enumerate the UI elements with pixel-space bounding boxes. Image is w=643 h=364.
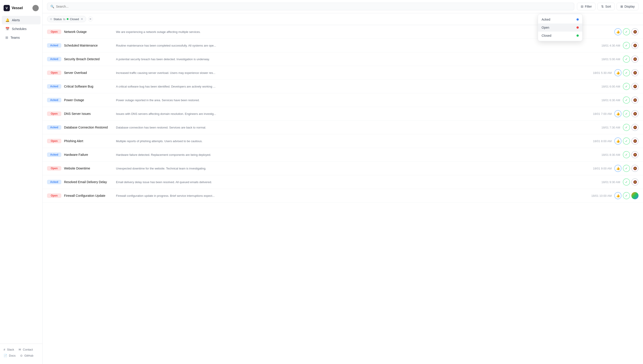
contact-link[interactable]: ✉ Contact (17, 346, 35, 352)
check-button[interactable]: ✓ (623, 56, 630, 63)
check-button[interactable]: ✓ (623, 110, 630, 117)
sidebar-item-schedules[interactable]: 📅 Schedules (2, 24, 40, 33)
display-button[interactable]: ⊞ Display (616, 3, 638, 10)
schedules-nav-label: Schedules (12, 27, 26, 31)
check-button[interactable]: ✓ (623, 178, 630, 186)
github-link[interactable]: ⊙ GitHub (18, 352, 35, 359)
mute-button[interactable]: 🔕 (631, 83, 638, 90)
logo-icon: V (4, 5, 10, 11)
thumb-button[interactable]: 👍 (614, 110, 622, 117)
docs-link[interactable]: 📄 Docs (2, 352, 18, 359)
check-button[interactable]: ✓ (623, 124, 630, 131)
dropdown-item-closed[interactable]: Closed (538, 32, 582, 40)
status-badge: Acked (47, 57, 61, 61)
sort-button[interactable]: ⇅ Sort (597, 3, 615, 10)
mute-button[interactable]: 🔕 (631, 42, 638, 49)
dropdown-acked-dot (576, 18, 579, 20)
alert-description: We are experiencing a network outage aff… (116, 30, 582, 34)
status-badge: Acked (47, 125, 61, 130)
alert-time: 18/01 8:00 AM (585, 140, 612, 143)
alert-time: 18/01 7:30 AM (593, 126, 620, 129)
sidebar-item-teams[interactable]: ⊞ Teams (2, 33, 40, 42)
mute-button[interactable]: 🔕 (631, 151, 638, 158)
alert-name: Database Connection Restored (64, 126, 113, 129)
nav-menu: 🔔 Alerts 📅 Schedules ⊞ Teams (0, 16, 42, 42)
mute-button[interactable]: 🔕 (631, 165, 638, 172)
dropdown-item-open[interactable]: Open (538, 24, 582, 32)
mute-button[interactable]: 🔕 (631, 110, 638, 117)
check-button[interactable]: ✓ (623, 151, 630, 158)
filter-shield-icon: ⊙ (50, 18, 52, 20)
alerts-nav-label: Alerts (12, 18, 20, 22)
status-badge: Open (47, 166, 61, 170)
check-button[interactable]: ✓ (623, 42, 630, 49)
check-button[interactable]: ✓ (623, 165, 630, 172)
mute-button[interactable]: 🔕 (631, 138, 638, 144)
alert-actions: ✓ 🔕 (623, 124, 638, 131)
alert-name: Power Outage (64, 98, 113, 102)
filter-dot (67, 18, 68, 20)
display-icon: ⊞ (620, 5, 623, 8)
filter-button[interactable]: ⊟ Filter (577, 3, 596, 10)
dropdown-acked-label: Acked (542, 18, 576, 21)
avatar[interactable] (32, 5, 39, 11)
dropdown-item-acked[interactable]: Acked (538, 16, 582, 24)
alert-actions: 👍 ✓ 🔕 (614, 69, 638, 76)
check-button[interactable]: ✓ (623, 69, 630, 76)
search-input[interactable] (56, 5, 571, 8)
alert-description: Database connection has been restored. S… (116, 126, 590, 129)
check-button[interactable]: ✓ (623, 96, 630, 104)
alert-row: Open Server Overload Increased traffic c… (42, 66, 643, 80)
dropdown-open-dot (576, 26, 579, 29)
alert-description: Hardware failure detected. Replacement c… (116, 153, 590, 156)
filter-clear-all[interactable]: ✕ (88, 16, 93, 22)
alert-name: DNS Server Issues (64, 112, 113, 116)
alert-description: Routine maintenance has been completed s… (116, 44, 590, 47)
mute-button[interactable]: 🔕 (631, 124, 638, 131)
avatar (631, 192, 638, 199)
status-badge: Acked (47, 43, 61, 48)
filter-value: Closed (70, 18, 79, 21)
thumb-button[interactable]: 👍 (614, 28, 622, 35)
alert-row: Acked Power Outage Power outage reported… (42, 93, 643, 107)
check-button[interactable]: ✓ (623, 28, 630, 35)
dropdown-closed-dot (576, 34, 579, 37)
alert-time: 18/01 5:30 AM (585, 71, 612, 74)
alert-description: Firewall configuration update in progres… (116, 194, 582, 198)
main-content: 🔍 ⊟ Filter ⇅ Sort ⊞ Display ⊙ Status Is … (42, 0, 643, 364)
mute-button[interactable]: 🔕 (631, 56, 638, 63)
alert-row: Open Firewall Configuration Update Firew… (42, 189, 643, 202)
alert-row: Open DNS Server Issues Issues with DNS s… (42, 107, 643, 121)
alert-time: 18/01 6:30 AM (593, 98, 620, 102)
thumb-button[interactable]: 👍 (614, 138, 622, 144)
alert-actions: ✓ 🔕 (623, 83, 638, 90)
thumb-button[interactable]: 👍 (614, 69, 622, 76)
slack-link[interactable]: # Slack (2, 346, 16, 352)
filter-remove-icon[interactable]: ✕ (80, 17, 83, 21)
sidebar: V Vessel 🔔 Alerts 📅 Schedules ⊞ Teams # … (0, 0, 42, 364)
alert-time: 18/01 7:00 AM (585, 112, 612, 116)
search-box[interactable]: 🔍 (47, 3, 574, 10)
mute-button[interactable]: 🔕 (631, 96, 638, 104)
mute-button[interactable]: 🔕 (631, 28, 638, 35)
check-button[interactable]: ✓ (623, 83, 630, 90)
mute-button[interactable]: 🔕 (631, 178, 638, 186)
alert-time: 18/01 8:30 AM (593, 153, 620, 156)
teams-nav-label: Teams (10, 36, 20, 40)
thumb-button[interactable]: 👍 (614, 192, 622, 199)
status-badge: Open (47, 70, 61, 75)
github-icon: ⊙ (20, 354, 22, 357)
mute-button[interactable]: 🔕 (631, 69, 638, 76)
alert-description: Issues with DNS servers affecting domain… (116, 112, 582, 116)
check-button[interactable]: ✓ (623, 192, 630, 199)
alert-row: Acked Critical Software Bug A critical s… (42, 80, 643, 93)
check-button[interactable]: ✓ (623, 138, 630, 144)
thumb-button[interactable]: 👍 (614, 165, 622, 172)
schedules-nav-icon: 📅 (5, 27, 10, 31)
status-badge: Open (47, 30, 61, 34)
alert-actions: ✓ 🔕 (623, 178, 638, 186)
alert-row: Acked Security Breach Detected A potenti… (42, 52, 643, 66)
sidebar-item-alerts[interactable]: 🔔 Alerts (2, 16, 40, 24)
alert-time: 18/01 4:30 AM (593, 44, 620, 47)
filter-status-label: Status (54, 18, 62, 21)
